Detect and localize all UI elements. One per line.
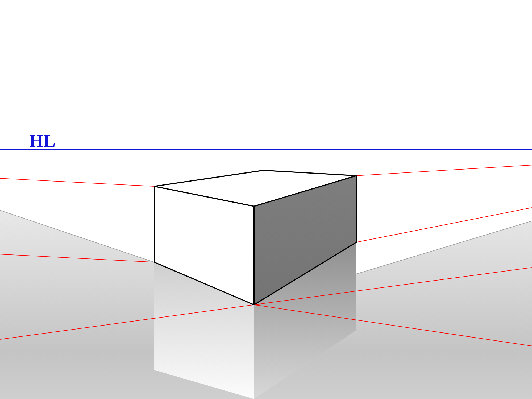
horizon-line-label: HL (29, 130, 55, 151)
perspective-line-right (356, 165, 532, 176)
perspective-diagram: HL (0, 0, 532, 399)
diagram-svg (0, 0, 532, 399)
